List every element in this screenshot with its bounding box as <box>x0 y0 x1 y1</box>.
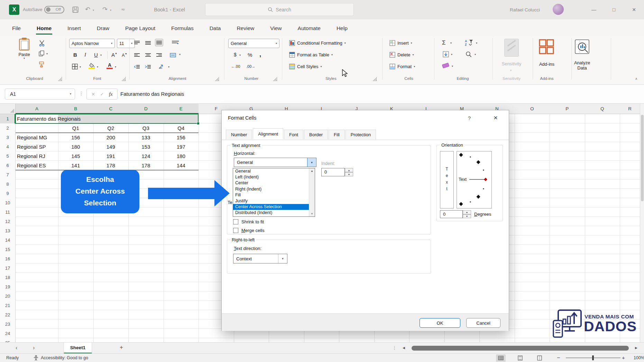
cell-value[interactable]: 156 <box>58 133 93 142</box>
cell-value[interactable]: 178 <box>93 161 129 170</box>
column-header-c[interactable]: C <box>93 104 129 114</box>
indent-spin-up-icon[interactable]: ▲ <box>345 168 353 172</box>
vertical-scrollbar[interactable] <box>640 104 644 342</box>
cancel-button[interactable]: Cancel <box>466 318 500 328</box>
ribbon-tab-automate[interactable]: Automate <box>297 21 321 35</box>
tab-border[interactable]: Border <box>304 130 328 139</box>
copy-icon[interactable] <box>39 50 45 56</box>
grow-font-button[interactable]: A▲ <box>111 52 117 58</box>
ribbon-tab-review[interactable]: Review <box>236 21 255 35</box>
row-header-17[interactable]: 17 <box>0 263 16 273</box>
degrees-spin-up-icon[interactable]: ▲ <box>463 210 471 214</box>
normal-view-button[interactable] <box>496 354 506 362</box>
row-header-15[interactable]: 15 <box>0 245 16 254</box>
orientation-button[interactable]: ab <box>156 63 167 71</box>
ribbon-tab-data[interactable]: Data <box>209 21 222 35</box>
dropdown-option-center[interactable]: Center <box>233 180 309 186</box>
ribbon-tab-home[interactable]: Home <box>36 21 52 35</box>
horizontal-dropdown-arrow-icon[interactable]: ▾ <box>307 158 316 167</box>
number-format-select[interactable]: General▾ <box>228 39 279 48</box>
undo-button[interactable]: ↶ <box>85 6 90 13</box>
merge-center-button[interactable] <box>168 51 177 59</box>
format-painter-icon[interactable] <box>39 62 45 68</box>
minimize-button[interactable]: — <box>584 0 604 19</box>
column-header-e[interactable]: E <box>164 104 199 114</box>
new-sheet-button[interactable]: + <box>120 344 123 351</box>
align-center-button[interactable] <box>144 51 152 59</box>
font-name-select[interactable]: Aptos Narrow▾ <box>69 39 115 48</box>
zoom-level[interactable]: 100% <box>634 355 644 360</box>
tab-alignment[interactable]: Alignment <box>253 128 283 139</box>
align-left-button[interactable] <box>133 51 141 59</box>
autosave-toggle[interactable]: Off <box>44 6 64 13</box>
vertical-scrollbar-thumb[interactable] <box>641 115 644 201</box>
dropdown-option-fill[interactable]: Fill <box>233 192 309 198</box>
percent-style-button[interactable]: % <box>248 52 252 58</box>
excel-logo-icon[interactable]: X <box>9 4 19 15</box>
formula-bar-value[interactable]: Faturamento das Regionais <box>120 89 184 100</box>
row-header-24[interactable]: 24 <box>0 329 16 338</box>
cell-quarter-header[interactable]: Q1 <box>58 123 93 133</box>
analyze-data-button[interactable]: Analyze Data <box>567 60 598 71</box>
comma-style-button[interactable]: , <box>259 50 261 58</box>
cell-value[interactable]: 197 <box>164 142 199 151</box>
decrease-decimal-button[interactable]: .00→ <box>246 64 255 68</box>
font-color-button[interactable]: A <box>108 62 111 68</box>
close-button[interactable]: ✕ <box>624 0 644 19</box>
row-header-11[interactable]: 11 <box>0 207 16 217</box>
column-header-q[interactable]: Q <box>585 104 620 114</box>
orientation-dial[interactable]: Text <box>457 151 492 208</box>
cell-value[interactable]: 200 <box>93 133 129 142</box>
page-layout-view-button[interactable] <box>515 354 525 362</box>
cancel-entry-icon[interactable]: ✕ <box>91 92 95 97</box>
accounting-chevron-icon[interactable]: ▾ <box>239 54 241 57</box>
insert-cells-button[interactable]: Insert▾ <box>389 40 412 46</box>
row-header-20[interactable]: 20 <box>0 291 16 301</box>
styles-dialog-launcher[interactable] <box>373 77 377 81</box>
orientation-chevron-icon[interactable]: ▾ <box>168 66 169 68</box>
merge-cells-checkbox[interactable] <box>233 228 238 233</box>
row-header-9[interactable]: 9 <box>0 189 16 198</box>
row-header-5[interactable]: 5 <box>0 151 16 161</box>
cell-quarter-header[interactable]: Q3 <box>128 123 164 133</box>
horizontal-scrollbar-thumb[interactable] <box>412 346 629 351</box>
ok-button[interactable]: OK <box>420 318 460 328</box>
autosum-chevron-icon[interactable]: ▾ <box>450 42 452 45</box>
text-direction-select[interactable]: Context ▾ <box>233 254 287 263</box>
row-header-16[interactable]: 16 <box>0 254 16 263</box>
tab-protection[interactable]: Protection <box>346 130 376 139</box>
row-header-18[interactable]: 18 <box>0 273 16 282</box>
list-scroll-up-icon[interactable]: ▲ <box>311 169 313 173</box>
paste-button[interactable]: Paste ▾ <box>14 38 35 60</box>
find-select-button[interactable] <box>466 51 472 59</box>
cell-value[interactable]: 144 <box>164 161 199 170</box>
row-header-13[interactable]: 13 <box>0 226 16 235</box>
copy-chevron-icon[interactable]: ▾ <box>46 53 48 55</box>
increase-decimal-button[interactable]: ←.00 <box>231 64 240 68</box>
cell-value[interactable]: 149 <box>93 142 129 151</box>
increase-indent-button[interactable] <box>144 63 152 71</box>
ribbon-tab-help[interactable]: Help <box>336 21 348 35</box>
tab-font[interactable]: Font <box>284 130 303 139</box>
row-header-4[interactable]: 4 <box>0 142 16 151</box>
undo-chevron-icon[interactable]: ▾ <box>93 9 94 12</box>
borders-icon[interactable] <box>72 64 78 69</box>
row-header-12[interactable]: 12 <box>0 217 16 226</box>
scroll-right-button[interactable]: ▶ <box>635 346 637 350</box>
tab-fill[interactable]: Fill <box>329 130 345 139</box>
sort-filter-chevron-icon[interactable]: ▾ <box>476 42 477 45</box>
wrap-text-button[interactable] <box>169 39 181 46</box>
dropdown-option-justify[interactable]: Justify <box>233 198 309 204</box>
row-header-2[interactable]: 2 <box>0 123 16 133</box>
ribbon-tab-page-layout[interactable]: Page Layout <box>125 21 156 35</box>
fill-chevron-icon[interactable]: ▾ <box>451 53 452 56</box>
cell-value[interactable]: 191 <box>93 151 129 161</box>
column-header-o[interactable]: O <box>515 104 550 114</box>
merge-chevron-icon[interactable]: ▾ <box>179 53 181 56</box>
save-icon[interactable] <box>72 6 79 13</box>
column-header-p[interactable]: P <box>550 104 585 114</box>
row-header-8[interactable]: 8 <box>0 179 16 189</box>
fill-color-chevron-icon[interactable]: ▾ <box>97 66 98 68</box>
fill-handle[interactable] <box>197 122 200 125</box>
delete-cells-button[interactable]: Delete▾ <box>389 52 414 58</box>
